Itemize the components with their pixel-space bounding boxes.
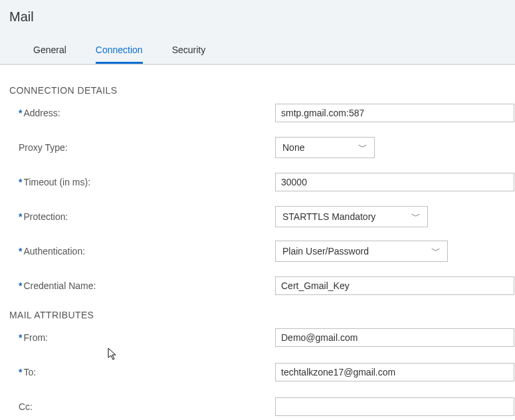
to-input[interactable] — [275, 363, 514, 381]
label-proxy-type-text: Proxy Type: — [19, 142, 68, 153]
label-from: * From: — [9, 332, 275, 343]
chevron-down-icon: ﹀ — [358, 142, 367, 154]
label-proxy-type: Proxy Type: — [9, 142, 275, 153]
row-authentication: * Authentication: Plain User/Password ﹀ — [9, 241, 515, 262]
cc-input[interactable] — [275, 397, 514, 416]
label-authentication: * Authentication: — [9, 246, 275, 257]
row-to: * To: — [9, 362, 515, 383]
row-from: * From: — [9, 327, 515, 348]
section-mail-attributes-title: MAIL ATTRIBUTES — [9, 310, 515, 320]
form-content: CONNECTION DETAILS * Address: Proxy Type… — [0, 65, 515, 420]
required-marker: * — [19, 108, 22, 118]
row-proxy-type: Proxy Type: None ﹀ — [9, 137, 515, 158]
tabs: General Connection Security — [9, 43, 506, 64]
label-credential-name-text: Credential Name: — [23, 280, 96, 291]
label-address-text: Address: — [23, 108, 60, 118]
proxy-type-value: None — [282, 142, 304, 153]
label-protection-text: Protection: — [23, 211, 68, 222]
label-cc-text: Cc: — [19, 401, 33, 412]
authentication-select[interactable]: Plain User/Password ﹀ — [275, 241, 448, 262]
section-connection-details-title: CONNECTION DETAILS — [9, 85, 515, 96]
required-marker: * — [19, 367, 22, 377]
required-marker: * — [19, 246, 22, 257]
row-cc: Cc: — [9, 396, 515, 417]
required-marker: * — [19, 211, 22, 222]
row-address: * Address: — [9, 102, 515, 124]
row-credential-name: * Credential Name: — [9, 275, 515, 296]
tab-connection[interactable]: Connection — [96, 43, 143, 64]
page-title: Mail — [9, 7, 506, 43]
proxy-type-select[interactable]: None ﹀ — [275, 137, 375, 158]
header-area: Mail General Connection Security — [0, 0, 515, 64]
timeout-input[interactable] — [275, 173, 514, 191]
chevron-down-icon: ﹀ — [411, 211, 421, 223]
label-timeout: * Timeout (in ms): — [9, 177, 275, 187]
label-address: * Address: — [9, 108, 275, 118]
label-to: * To: — [9, 367, 275, 377]
tab-general[interactable]: General — [33, 43, 66, 64]
label-authentication-text: Authentication: — [23, 246, 85, 257]
label-cc: Cc: — [9, 401, 275, 412]
protection-select[interactable]: STARTTLS Mandatory ﹀ — [275, 206, 428, 227]
authentication-value: Plain User/Password — [282, 246, 369, 257]
label-timeout-text: Timeout (in ms): — [23, 177, 90, 187]
required-marker: * — [19, 332, 22, 343]
required-marker: * — [19, 280, 22, 291]
label-credential-name: * Credential Name: — [9, 280, 275, 291]
cursor-icon — [108, 348, 118, 361]
label-from-text: From: — [23, 332, 48, 343]
required-marker: * — [19, 177, 22, 187]
protection-value: STARTTLS Mandatory — [282, 211, 375, 222]
row-protection: * Protection: STARTTLS Mandatory ﹀ — [9, 206, 515, 227]
row-timeout: * Timeout (in ms): — [9, 171, 515, 193]
credential-name-input[interactable] — [275, 276, 514, 295]
address-input[interactable] — [275, 104, 514, 122]
label-to-text: To: — [23, 367, 36, 377]
chevron-down-icon: ﹀ — [431, 245, 441, 257]
from-input[interactable] — [275, 328, 514, 347]
tab-security[interactable]: Security — [172, 43, 206, 64]
label-protection: * Protection: — [9, 211, 275, 222]
